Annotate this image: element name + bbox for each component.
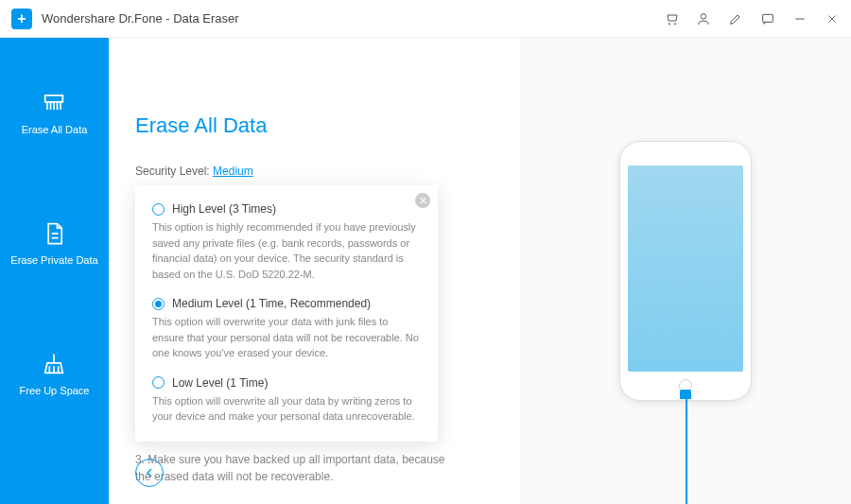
back-button[interactable] bbox=[135, 459, 164, 487]
option-high-head[interactable]: High Level (3 Times) bbox=[152, 202, 421, 216]
titlebar: + Wondershare Dr.Fone - Data Eraser bbox=[0, 0, 851, 38]
sidebar-item-label: Erase Private Data bbox=[10, 254, 97, 266]
minimize-icon[interactable] bbox=[792, 11, 808, 26]
sidebar-item-erase-private[interactable]: Erase Private Data bbox=[10, 220, 97, 266]
sidebar-item-label: Free Up Space bbox=[20, 385, 90, 396]
option-low: Low Level (1 Time) This option will over… bbox=[152, 376, 421, 425]
radio-icon bbox=[152, 203, 165, 216]
svg-rect-3 bbox=[763, 14, 773, 22]
security-level-popup: ✕ High Level (3 Times) This option is hi… bbox=[135, 185, 438, 442]
radio-icon bbox=[152, 376, 165, 389]
svg-point-0 bbox=[669, 23, 669, 24]
option-medium: Medium Level (1 Time, Recommended) This … bbox=[152, 297, 421, 361]
svg-point-2 bbox=[701, 13, 705, 18]
radio-icon bbox=[152, 298, 165, 310]
option-medium-head[interactable]: Medium Level (1 Time, Recommended) bbox=[152, 297, 421, 310]
option-desc: This option will overwrite all your data… bbox=[152, 393, 421, 425]
device-preview bbox=[520, 38, 851, 504]
shredder-icon bbox=[41, 90, 67, 116]
edit-icon[interactable] bbox=[728, 11, 743, 26]
option-low-head[interactable]: Low Level (1 Time) bbox=[152, 376, 421, 390]
cart-icon[interactable] bbox=[664, 11, 679, 26]
feedback-icon[interactable] bbox=[760, 11, 775, 26]
option-title: High Level (3 Times) bbox=[172, 202, 276, 216]
instruction-text: 3. Make sure you have backed up all impo… bbox=[135, 451, 457, 485]
svg-rect-7 bbox=[45, 96, 63, 102]
titlebar-actions bbox=[664, 11, 840, 26]
phone-screen bbox=[628, 165, 743, 372]
option-desc: This option will overwrite your data wit… bbox=[152, 314, 421, 361]
security-level-link[interactable]: Medium bbox=[213, 165, 253, 178]
option-desc: This option is highly recommended if you… bbox=[152, 219, 421, 282]
user-icon[interactable] bbox=[696, 11, 711, 26]
option-title: Low Level (1 Time) bbox=[172, 376, 268, 390]
document-icon bbox=[41, 220, 67, 247]
close-icon[interactable] bbox=[825, 11, 840, 26]
app-logo-icon: + bbox=[11, 9, 32, 29]
option-high: High Level (3 Times) This option is high… bbox=[152, 202, 421, 282]
sidebar: Erase All Data Erase Private Data Free U… bbox=[0, 38, 109, 504]
security-level-label: Security Level: bbox=[135, 165, 213, 178]
main-content: Erase All Data Security Level: Medium ✕ … bbox=[109, 38, 851, 504]
broom-icon bbox=[41, 351, 67, 377]
arrow-left-icon bbox=[142, 465, 157, 480]
cable bbox=[686, 397, 687, 504]
sidebar-item-label: Erase All Data bbox=[22, 124, 88, 135]
svg-point-1 bbox=[674, 23, 675, 24]
sidebar-item-erase-all[interactable]: Erase All Data bbox=[22, 90, 88, 135]
phone-illustration bbox=[619, 141, 752, 401]
popup-close-icon[interactable]: ✕ bbox=[415, 193, 430, 208]
option-title: Medium Level (1 Time, Recommended) bbox=[172, 297, 371, 310]
app-title: Wondershare Dr.Fone - Data Eraser bbox=[42, 11, 664, 26]
sidebar-item-free-space[interactable]: Free Up Space bbox=[20, 351, 90, 396]
